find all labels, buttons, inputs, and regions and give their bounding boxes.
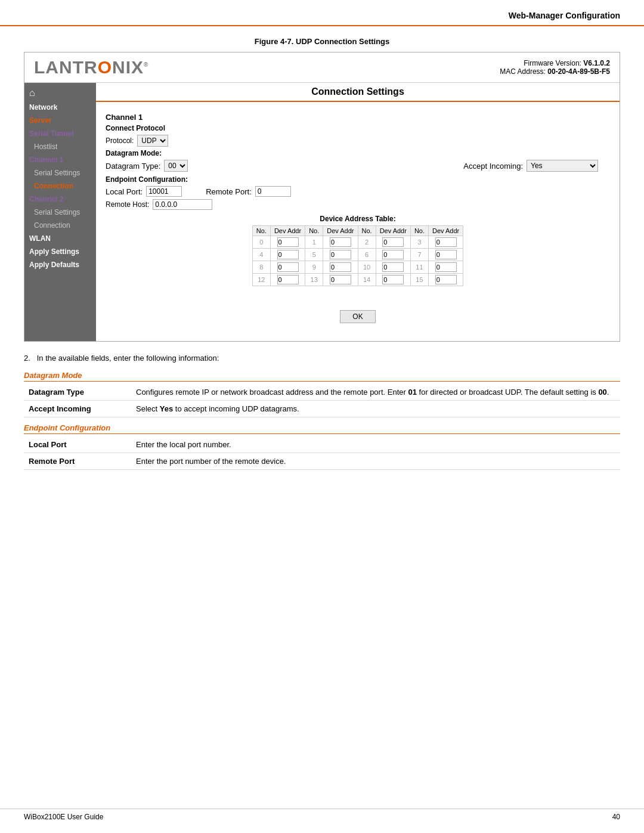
bold-00: 00 — [598, 388, 606, 397]
device-addr-input[interactable] — [435, 262, 457, 272]
step2-intro: 2. In the available fields, enter the fo… — [24, 354, 620, 363]
logo-bar: LANTRONIX® Firmware Version: V6.1.0.2 MA… — [24, 52, 620, 83]
sidebar-item-apply-defaults[interactable]: Apply Defaults — [24, 258, 96, 271]
table-row: Accept Incoming Select Yes to accept inc… — [24, 401, 620, 417]
device-addr-input[interactable] — [330, 262, 351, 272]
endpoint-config-section: Endpoint Configuration Local Port Enter … — [24, 423, 620, 470]
sidebar-item-apply-settings[interactable]: Apply Settings — [24, 245, 96, 258]
logo-text-lan: LANTR — [34, 57, 98, 77]
ui-box: LANTRONIX® Firmware Version: V6.1.0.2 MA… — [24, 52, 620, 342]
device-addr-input[interactable] — [330, 237, 351, 247]
device-addr[interactable] — [429, 236, 463, 249]
device-addr[interactable] — [376, 261, 410, 274]
sidebar-item-connection-2[interactable]: Connection — [24, 219, 96, 232]
local-port-cell-label: Local Port — [24, 436, 131, 453]
device-no: 12 — [252, 274, 270, 286]
device-addr[interactable] — [270, 261, 305, 274]
sidebar-item-connection-1[interactable]: Connection — [24, 179, 96, 193]
accept-incoming-select[interactable]: Yes No — [527, 160, 598, 172]
device-addr-input[interactable] — [435, 275, 457, 284]
device-addr[interactable] — [429, 249, 463, 261]
protocol-select[interactable]: UDP — [137, 135, 168, 147]
device-no: 10 — [358, 261, 376, 274]
page-footer: WiBox2100E User Guide 40 — [0, 809, 644, 821]
endpoint-config-label: Endpoint Configuration: — [106, 175, 610, 184]
device-addr[interactable] — [323, 236, 358, 249]
device-addr[interactable] — [270, 249, 305, 261]
device-addr-input[interactable] — [277, 262, 299, 272]
device-no: 3 — [410, 236, 428, 249]
device-address-table: No. Dev Addr No. Dev Addr No. Dev Addr N… — [252, 225, 464, 286]
remote-host-input[interactable] — [153, 199, 212, 210]
figure-title: Figure 4-7. UDP Connection Settings — [0, 37, 644, 46]
bold-01: 01 — [408, 388, 416, 397]
device-no: 14 — [358, 274, 376, 286]
accept-incoming-cell-label: Accept Incoming — [24, 401, 131, 417]
device-addr-input[interactable] — [382, 275, 404, 284]
datagram-type-cell-desc: Configures remote IP or network broadcas… — [131, 384, 620, 401]
device-no: 0 — [252, 236, 270, 249]
device-addr-input[interactable] — [277, 237, 299, 247]
logo-text-nix: NIX — [112, 57, 144, 77]
sidebar-item-hostlist[interactable]: Hostlist — [24, 140, 96, 153]
sidebar: ⌂ Network Server Serial Tunnel Hostlist … — [24, 83, 96, 341]
sidebar-item-channel2[interactable]: Channel 2 — [24, 193, 96, 206]
remote-port-cell-label: Remote Port — [24, 453, 131, 470]
datagram-type-label: Datagram Type: — [106, 162, 160, 171]
device-addr-input[interactable] — [330, 250, 351, 259]
device-addr-input[interactable] — [277, 250, 299, 259]
device-no: 13 — [305, 274, 323, 286]
device-addr[interactable] — [270, 274, 305, 286]
col-header-devaddr-2: Dev Addr — [323, 226, 358, 236]
sidebar-item-serial-tunnel[interactable]: Serial Tunnel — [24, 127, 96, 140]
device-addr[interactable] — [270, 236, 305, 249]
endpoint-left: Local Port: — [106, 186, 182, 197]
device-addr-input[interactable] — [382, 237, 404, 247]
sidebar-item-network[interactable]: Network — [24, 101, 96, 114]
device-no: 5 — [305, 249, 323, 261]
device-addr[interactable] — [323, 249, 358, 261]
sidebar-item-channel1[interactable]: Channel 1 — [24, 153, 96, 166]
table-row: 12131415 — [252, 274, 463, 286]
device-addr[interactable] — [323, 274, 358, 286]
device-no: 4 — [252, 249, 270, 261]
device-addr-input[interactable] — [277, 275, 299, 284]
remote-port-input[interactable] — [255, 186, 291, 197]
sidebar-item-serial-settings-1[interactable]: Serial Settings — [24, 166, 96, 179]
local-port-label: Local Port: — [106, 187, 143, 196]
remote-host-row: Remote Host: — [106, 199, 610, 210]
device-addr[interactable] — [376, 274, 410, 286]
device-addr-input[interactable] — [382, 250, 404, 259]
datagram-type-select[interactable]: 00 — [164, 160, 188, 172]
device-addr[interactable] — [429, 274, 463, 286]
remote-host-label: Remote Host: — [106, 200, 149, 209]
table-row: 891011 — [252, 261, 463, 274]
device-addr[interactable] — [323, 261, 358, 274]
connect-protocol-label: Connect Protocol — [106, 124, 610, 132]
device-addr-input[interactable] — [435, 250, 457, 259]
local-port-input[interactable] — [146, 186, 182, 197]
firmware-version-row: Firmware Version: V6.1.0.2 — [500, 59, 610, 67]
step2-section: 2. In the available fields, enter the fo… — [24, 354, 620, 363]
sidebar-item-serial-settings-2[interactable]: Serial Settings — [24, 206, 96, 219]
device-addr-input[interactable] — [330, 275, 351, 284]
ok-button[interactable]: OK — [340, 310, 375, 323]
accept-incoming-cell-desc: Select Yes to accept incoming UDP datagr… — [131, 401, 620, 417]
remote-port-label: Remote Port: — [206, 187, 252, 196]
datagram-mode-header: Datagram Mode — [24, 371, 620, 382]
sidebar-item-server[interactable]: Server — [24, 114, 96, 127]
page-header-title: Web-Manager Configuration — [509, 11, 620, 20]
main-panel: Connection Settings Channel 1 Connect Pr… — [96, 83, 620, 341]
device-addr[interactable] — [376, 249, 410, 261]
col-header-no-1: No. — [252, 226, 270, 236]
device-addr-input[interactable] — [435, 237, 457, 247]
sidebar-item-wlan[interactable]: WLAN — [24, 232, 96, 245]
device-no: 6 — [358, 249, 376, 261]
mac-value: 00-20-4A-89-5B-F5 — [547, 67, 610, 76]
device-addr[interactable] — [376, 236, 410, 249]
device-no: 2 — [358, 236, 376, 249]
sidebar-home-icon[interactable]: ⌂ — [24, 85, 96, 101]
device-addr[interactable] — [429, 261, 463, 274]
col-header-no-3: No. — [358, 226, 376, 236]
device-addr-input[interactable] — [382, 262, 404, 272]
